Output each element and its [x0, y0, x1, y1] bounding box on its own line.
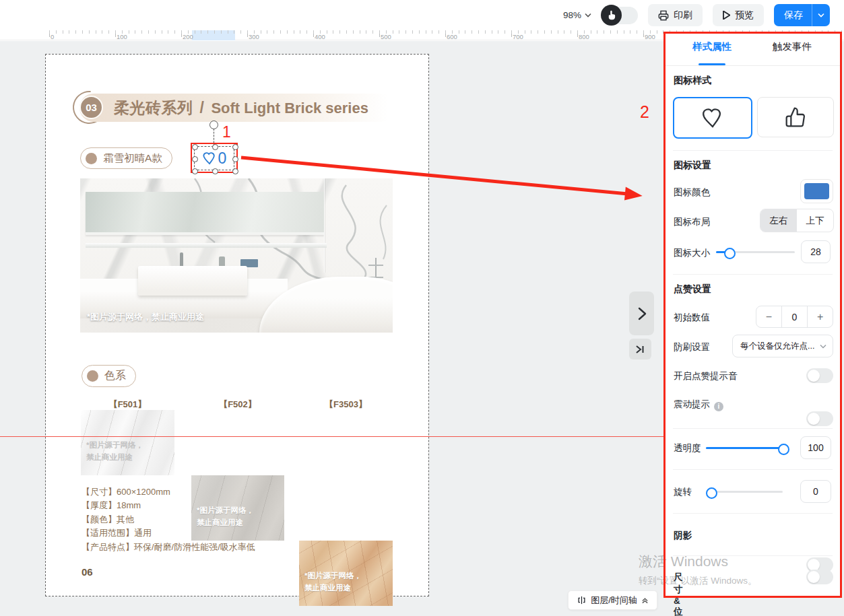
icon-option-thumbs-up[interactable] — [757, 97, 834, 137]
opacity-label: 透明度 — [674, 442, 701, 454]
initial-value-stepper: − 0 + — [756, 306, 833, 328]
layout-option-vertical[interactable]: 上下 — [797, 209, 833, 232]
selection-handle[interactable] — [232, 144, 238, 150]
product-specs[interactable]: 【尺寸】600×1200mm【厚度】18mm【颜色】其他【适用范围】通用【产品特… — [82, 485, 255, 554]
selection-handle[interactable] — [232, 168, 238, 174]
play-icon — [723, 11, 730, 20]
icon-settings-heading: 图标设置 — [674, 160, 711, 172]
printer-icon — [658, 10, 669, 21]
icon-size-label: 图标大小 — [674, 247, 710, 259]
selection-handle[interactable] — [192, 168, 198, 174]
ruler-label: 800 — [579, 33, 589, 40]
bathroom-image[interactable]: *图片源于网络，禁止商业用途 — [80, 178, 393, 333]
vibrate-label: 震动提示i — [674, 399, 723, 411]
divider — [663, 65, 842, 66]
section-number-badge: 03 — [79, 96, 103, 119]
ruler-label: 0 — [51, 33, 54, 40]
divider — [673, 150, 833, 151]
sink — [138, 266, 247, 296]
decrement-button[interactable]: − — [756, 306, 781, 327]
top-toolbar: 98% 印刷 预览 保存 — [0, 0, 844, 30]
icon-option-heart[interactable] — [673, 97, 752, 139]
pill-dot-icon — [86, 153, 97, 164]
divider — [673, 469, 833, 470]
save-button[interactable]: 保存 — [774, 9, 812, 22]
opacity-input[interactable]: 100 — [800, 436, 831, 459]
icon-size-input[interactable]: 28 — [801, 240, 831, 263]
faucet — [180, 252, 183, 267]
divider — [673, 513, 833, 514]
properties-panel: 样式属性 触发事件 图标样式 图标设置 图标颜色 图标布局 左右 上下 图标大小… — [663, 32, 842, 598]
print-button[interactable]: 印刷 — [648, 4, 703, 26]
red-guideline — [0, 436, 663, 437]
initial-value-label: 初始数值 — [674, 312, 710, 324]
collapse-up-icon — [641, 596, 649, 604]
save-button-group: 保存 — [774, 4, 830, 26]
rotate-slider-knob[interactable] — [706, 487, 717, 499]
selection-handle[interactable] — [232, 156, 238, 162]
icon-color-picker[interactable] — [800, 179, 833, 203]
selection-handle[interactable] — [212, 168, 218, 174]
increment-button[interactable]: + — [808, 306, 833, 327]
layers-timeline-icon — [577, 595, 587, 605]
design-page[interactable]: 柔光砖系列 / Soft Light Brick series 03 霜雪初晴A… — [45, 54, 429, 596]
towel-rack-rung — [368, 265, 383, 266]
size-position-toggle[interactable] — [806, 570, 833, 584]
color-section-pill[interactable]: 色系 — [82, 365, 136, 387]
selection-handle[interactable] — [192, 144, 198, 150]
section-title[interactable]: 柔光砖系列 / Soft Light Brick series — [79, 94, 395, 122]
rotate-input[interactable]: 0 — [800, 480, 831, 503]
last-page-button[interactable] — [629, 339, 651, 360]
icon-size-slider-knob[interactable] — [724, 248, 736, 259]
icon-color-label: 图标颜色 — [674, 186, 710, 199]
selection-handle[interactable] — [212, 144, 218, 150]
swatch-watermark: 禁止商业用途 — [86, 452, 143, 464]
like-sound-toggle[interactable] — [806, 368, 833, 383]
spec-line: 【产品特点】环保/耐磨/防滑性能强/吸水率低 — [82, 541, 255, 554]
icon-layout-label: 图标布局 — [674, 216, 710, 228]
ruler-label: 600 — [447, 33, 457, 40]
like-count: 0 — [218, 151, 227, 166]
like-sound-label: 开启点赞提示音 — [674, 370, 738, 382]
rotate-slider[interactable] — [706, 491, 783, 493]
spec-line: 【尺寸】600×1200mm — [82, 485, 255, 499]
anti-spam-select[interactable]: 每个设备仅允许点... — [732, 335, 833, 357]
divider — [673, 555, 833, 556]
product-name-label: 霜雪初晴A款 — [103, 151, 162, 166]
initial-value-input[interactable]: 0 — [781, 306, 808, 327]
tab-style-properties[interactable]: 样式属性 — [692, 40, 732, 53]
tab-trigger-events[interactable]: 触发事件 — [773, 40, 812, 53]
ruler-label: 700 — [513, 33, 523, 40]
vibrate-toggle[interactable] — [806, 411, 833, 426]
chevron-down-icon — [585, 13, 591, 18]
swatch-label: 【F3503】 — [299, 399, 393, 411]
zoom-level-value: 98% — [563, 10, 581, 20]
opacity-slider-knob[interactable] — [778, 444, 789, 455]
save-dropdown-button[interactable] — [812, 13, 830, 18]
zoom-level-control[interactable]: 98% — [563, 10, 591, 20]
layout-option-horizontal[interactable]: 左右 — [760, 209, 797, 232]
section-title-en: Soft Light Brick series — [211, 100, 368, 117]
section-title-cn: 柔光砖系列 — [114, 98, 193, 118]
next-page-button[interactable] — [629, 292, 654, 335]
image-watermark: *图片源于网络，禁止商业用途 — [87, 311, 204, 323]
layers-timeline-button[interactable]: 图层/时间轴 — [568, 590, 657, 610]
spec-line: 【厚度】18mm — [82, 499, 255, 512]
rotate-handle[interactable] — [209, 121, 218, 129]
swatch-image-f501[interactable]: *图片源于网络，禁止商业用途 — [81, 410, 174, 475]
annotation-step-1: 1 — [222, 123, 231, 141]
selection-handle[interactable] — [192, 156, 198, 162]
icon-style-heading: 图标样式 — [674, 75, 711, 87]
preview-label: 预览 — [735, 9, 754, 22]
like-settings-heading: 点赞设置 — [674, 283, 711, 296]
product-name-pill[interactable]: 霜雪初晴A款 — [80, 147, 172, 169]
ruler-label: 400 — [315, 33, 325, 40]
info-icon: i — [714, 402, 723, 411]
swatch-image-f3503[interactable]: *图片源于网络，禁止商业用途 — [299, 541, 393, 606]
thumbs-up-icon — [785, 106, 806, 128]
touch-effect-toggle[interactable] — [602, 7, 638, 24]
ruler-label: 300 — [249, 33, 259, 40]
preview-button[interactable]: 预览 — [713, 4, 764, 26]
heart-icon — [202, 151, 217, 165]
layers-timeline-label: 图层/时间轴 — [591, 594, 637, 607]
